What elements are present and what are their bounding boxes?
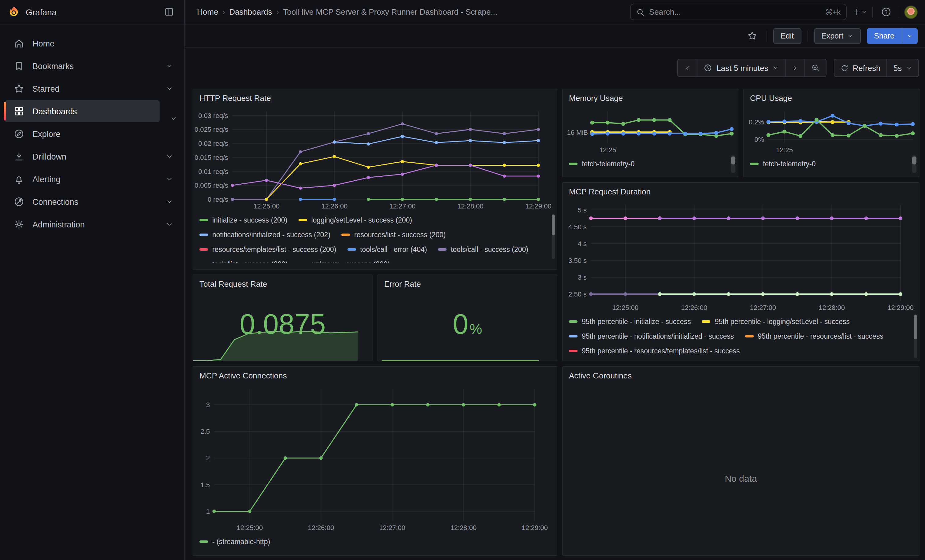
sidebar-item-drilldown[interactable]: Drilldown <box>5 146 179 168</box>
apps-icon <box>14 106 24 117</box>
chevron-down-icon[interactable] <box>166 176 173 183</box>
legend-item[interactable]: 95th percentile - resources/list - succe… <box>745 329 883 344</box>
legend-item[interactable]: logging/setLevel - success (200) <box>298 213 412 227</box>
scrollbar-thumb[interactable] <box>912 156 916 164</box>
search-input[interactable]: Search... ⌘+k <box>630 4 847 20</box>
breadcrumb-home[interactable]: Home <box>197 8 218 17</box>
legend-scrollbar[interactable] <box>731 155 735 173</box>
legend-item[interactable]: 95th percentile - initialize - success <box>569 314 691 329</box>
sidebar-item-home[interactable]: Home <box>5 32 179 54</box>
legend-swatch <box>341 234 350 236</box>
sidebar-item-explore[interactable]: Explore <box>5 123 179 145</box>
legend-swatch <box>438 248 447 251</box>
header-divider <box>872 6 873 17</box>
favorite-star-button[interactable] <box>744 28 761 44</box>
mcp-request-duration-chart[interactable]: 12:25:0012:26:0012:27:0012:28:0012:29:00… <box>563 200 919 313</box>
header-right: Search... ⌘+k ? <box>630 0 925 24</box>
http-request-rate-chart[interactable]: 12:25:0012:26:0012:27:0012:28:0012:29:00… <box>193 107 557 212</box>
scrollbar-thumb[interactable] <box>914 315 917 339</box>
legend-item[interactable]: 95th percentile - notifications/initiali… <box>569 329 734 344</box>
sidebar-item-starred[interactable]: Starred <box>5 78 179 100</box>
svg-text:0.025 req/s: 0.025 req/s <box>194 126 228 133</box>
breadcrumb-dashboards[interactable]: Dashboards <box>229 8 272 17</box>
panel-mcp-request-duration: MCP Request Duration 12:25:0012:26:0012:… <box>562 182 919 361</box>
legend-item[interactable]: tools/call - error (404) <box>347 242 427 257</box>
svg-text:12:26:00: 12:26:00 <box>321 203 348 210</box>
error-rate-stat: 0% <box>378 292 557 361</box>
legend-item[interactable]: fetch-telemetry-0 <box>569 156 635 171</box>
sidebar-item-connections[interactable]: Connections <box>5 191 179 213</box>
scrollbar-thumb[interactable] <box>731 156 735 164</box>
mcp-active-connections-chart[interactable]: 12:25:0012:26:0012:27:0012:28:0012:29:00… <box>193 384 557 533</box>
chevron-down-icon[interactable] <box>166 198 173 206</box>
legend-item[interactable]: unknown - success (200) <box>299 257 390 263</box>
refresh-interval-picker[interactable]: 5s <box>887 59 919 77</box>
legend-item[interactable]: 95th percentile - logging/setLevel - suc… <box>702 314 850 329</box>
svg-text:2.50 s: 2.50 s <box>568 290 587 298</box>
chevron-down-icon[interactable] <box>166 153 173 160</box>
svg-text:?: ? <box>884 9 887 15</box>
sidebar-item-label: Alerting <box>32 174 166 184</box>
chevron-down-icon[interactable] <box>170 115 178 122</box>
legend-item[interactable]: 95th percentile - resources/templates/li… <box>569 344 740 358</box>
sidebar-item-alerting[interactable]: Alerting <box>5 168 179 190</box>
sidebar-item-label: Dashboards <box>32 107 154 116</box>
legend-swatch <box>199 234 208 236</box>
sidebar-nav: Home Bookmarks Starred Dashboards Explor… <box>0 24 185 560</box>
cpu-usage-chart[interactable]: 12:250.2%0% <box>744 107 919 155</box>
svg-text:12:29:00: 12:29:00 <box>525 203 551 210</box>
help-button[interactable]: ? <box>878 4 894 20</box>
share-menu-button[interactable] <box>902 28 917 44</box>
chevron-down-icon[interactable] <box>166 221 173 228</box>
edit-button[interactable]: Edit <box>773 28 801 44</box>
scrollbar-thumb[interactable] <box>552 215 555 236</box>
legend-scrollbar[interactable] <box>912 155 916 173</box>
legend-label: 95th percentile - notifications/initiali… <box>582 333 734 340</box>
svg-text:12:27:00: 12:27:00 <box>750 304 776 311</box>
panel-title[interactable]: Memory Usage <box>563 89 738 107</box>
sidebar-toggle-icon[interactable] <box>161 4 177 20</box>
legend-item[interactable]: fetch-telemetry-0 <box>750 156 816 171</box>
legend-label: unknown - success (200) <box>312 260 390 263</box>
refresh-button[interactable]: Refresh <box>833 59 887 77</box>
legend-item[interactable]: tools/list - success (200) <box>199 257 288 263</box>
sidebar-item-administration[interactable]: Administration <box>5 213 179 236</box>
svg-text:3.50 s: 3.50 s <box>568 257 587 264</box>
panel-title[interactable]: Total Request Rate <box>193 275 372 292</box>
chevron-down-icon[interactable] <box>166 85 173 92</box>
panel-title[interactable]: Error Rate <box>378 275 557 292</box>
panel-title[interactable]: CPU Usage <box>744 89 919 107</box>
legend-item[interactable]: notifications/initialized - success (202… <box>199 227 330 242</box>
header-divider <box>899 6 899 17</box>
sidebar-item-dashboards[interactable]: Dashboards <box>5 100 160 122</box>
panel-title[interactable]: MCP Request Duration <box>563 183 919 200</box>
time-range-picker[interactable]: Last 5 minutes <box>698 59 785 77</box>
legend-item[interactable]: initialize - success (200) <box>199 213 287 227</box>
export-button[interactable]: Export <box>814 28 860 44</box>
legend-swatch <box>347 248 356 251</box>
memory-usage-chart[interactable]: 12:2516 MiB <box>563 107 738 155</box>
chevron-down-icon[interactable] <box>166 62 173 70</box>
panel-title[interactable]: Active Goroutines <box>563 367 919 384</box>
sidebar-item-label: Bookmarks <box>32 62 166 71</box>
legend-item[interactable]: - (streamable-http) <box>199 534 270 549</box>
legend-item[interactable]: resources/templates/list - success (200) <box>199 242 336 257</box>
add-new-button[interactable] <box>851 4 868 20</box>
svg-text:12:25: 12:25 <box>599 146 616 154</box>
user-avatar[interactable] <box>904 5 917 19</box>
panel-title[interactable]: HTTP Request Rate <box>193 89 557 107</box>
time-forward-button[interactable] <box>785 59 805 77</box>
sidebar-item-bookmarks[interactable]: Bookmarks <box>5 55 179 77</box>
legend-scrollbar[interactable] <box>914 314 917 358</box>
legend-item[interactable]: tools/call - success (200) <box>438 242 528 257</box>
legend-item[interactable]: resources/list - success (200) <box>341 227 446 242</box>
share-button[interactable]: Share <box>866 28 902 44</box>
legend-swatch <box>702 320 711 323</box>
time-back-button[interactable] <box>677 59 698 77</box>
question-icon: ? <box>881 7 891 17</box>
panel-title[interactable]: MCP Active Connections <box>193 367 557 384</box>
svg-text:12:28:00: 12:28:00 <box>818 304 845 311</box>
zoom-out-button[interactable] <box>805 59 826 77</box>
legend-scrollbar[interactable] <box>552 214 555 259</box>
panel-memory-usage: Memory Usage 12:2516 MiB fetch-telemetry… <box>562 89 738 177</box>
